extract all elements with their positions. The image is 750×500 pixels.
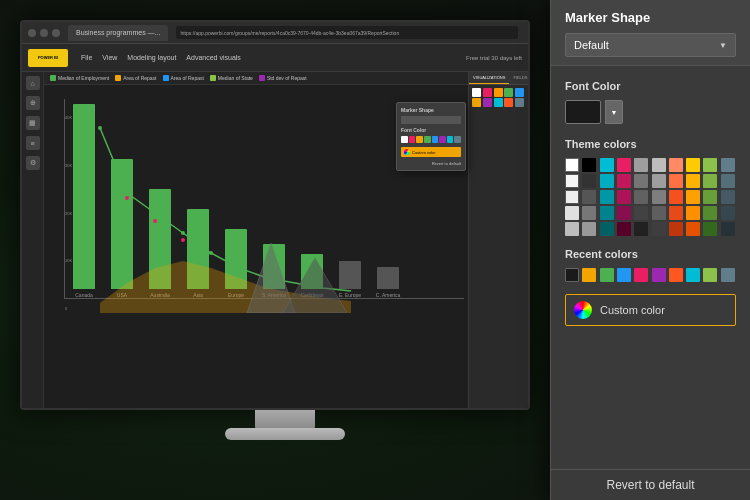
recent-swatch-9[interactable]	[721, 268, 735, 282]
popup-body: Font Color ▼ Theme colors	[551, 66, 750, 469]
theme-swatch-15[interactable]	[652, 174, 666, 188]
browser-tab[interactable]: Business programmes —...	[68, 25, 168, 41]
popup-title: Marker Shape	[565, 10, 736, 25]
theme-swatch-21[interactable]	[582, 190, 596, 204]
theme-swatch-44[interactable]	[634, 222, 648, 236]
theme-swatch-8[interactable]	[703, 158, 717, 172]
font-color-selector: ▼	[565, 100, 736, 124]
monitor-base	[225, 428, 345, 440]
theme-swatch-47[interactable]	[686, 222, 700, 236]
vis-swatch-blue[interactable]	[515, 88, 524, 97]
bar-group-ee: E. Europe	[335, 261, 365, 298]
revert-to-default-button[interactable]: Revert to default	[551, 469, 750, 500]
theme-swatch-43[interactable]	[617, 222, 631, 236]
toolbar-file[interactable]: File	[76, 52, 97, 63]
recent-swatch-0[interactable]	[565, 268, 579, 282]
sidebar-settings-icon[interactable]: ⚙	[26, 156, 40, 170]
font-color-dropdown-btn[interactable]: ▼	[605, 100, 623, 124]
recent-swatch-7[interactable]	[686, 268, 700, 282]
theme-swatch-42[interactable]	[600, 222, 614, 236]
theme-swatch-28[interactable]	[703, 190, 717, 204]
recent-swatch-5[interactable]	[652, 268, 666, 282]
theme-swatch-48[interactable]	[703, 222, 717, 236]
toolbar-modeling[interactable]: Modeling layout	[122, 52, 181, 63]
font-color-preview-box[interactable]	[565, 100, 601, 124]
theme-swatch-12[interactable]	[600, 174, 614, 188]
visualizations-tab[interactable]: VISUALIZATIONS	[469, 72, 509, 84]
theme-swatch-36[interactable]	[669, 206, 683, 220]
theme-swatch-22[interactable]	[600, 190, 614, 204]
theme-swatch-32[interactable]	[600, 206, 614, 220]
vis-swatch-deeporange[interactable]	[504, 98, 513, 107]
sidebar-data-icon[interactable]: ≡	[26, 136, 40, 150]
theme-swatch-40[interactable]	[565, 222, 579, 236]
theme-swatch-11[interactable]	[582, 174, 596, 188]
toolbar-advanced[interactable]: Advanced visuals	[181, 52, 245, 63]
bar-europe	[225, 229, 247, 289]
fields-tab[interactable]: FIELDS	[509, 72, 528, 84]
legend-label-repast: Area of Repast	[123, 75, 156, 81]
theme-swatch-20[interactable]	[565, 190, 579, 204]
sidebar-chart-icon[interactable]: ▦	[26, 116, 40, 130]
sidebar-search-icon[interactable]: ⊕	[26, 96, 40, 110]
recent-swatch-3[interactable]	[617, 268, 631, 282]
theme-swatch-26[interactable]	[669, 190, 683, 204]
theme-swatch-37[interactable]	[686, 206, 700, 220]
theme-swatch-25[interactable]	[652, 190, 666, 204]
vis-swatch-yellow[interactable]	[472, 98, 481, 107]
vis-swatch-bluegray[interactable]	[515, 98, 524, 107]
theme-swatch-30[interactable]	[565, 206, 579, 220]
theme-swatch-6[interactable]	[669, 158, 683, 172]
recent-swatch-8[interactable]	[703, 268, 717, 282]
sidebar-home-icon[interactable]: ⌂	[26, 76, 40, 90]
theme-swatch-14[interactable]	[634, 174, 648, 188]
vis-swatch-white[interactable]	[472, 88, 481, 97]
theme-swatch-0[interactable]	[565, 158, 579, 172]
theme-swatch-41[interactable]	[582, 222, 596, 236]
theme-swatch-4[interactable]	[634, 158, 648, 172]
monitor: Business programmes —... https://app.pow…	[20, 20, 550, 460]
theme-swatch-27[interactable]	[686, 190, 700, 204]
theme-swatch-9[interactable]	[721, 158, 735, 172]
custom-color-button[interactable]: Custom color	[565, 294, 736, 326]
theme-swatch-24[interactable]	[634, 190, 648, 204]
vis-swatch-pink[interactable]	[483, 88, 492, 97]
marker-shape-dropdown[interactable]: Default ▼	[565, 33, 736, 57]
theme-swatch-3[interactable]	[617, 158, 631, 172]
theme-swatch-2[interactable]	[600, 158, 614, 172]
theme-swatch-10[interactable]	[565, 174, 579, 188]
recent-swatch-2[interactable]	[600, 268, 614, 282]
theme-swatch-1[interactable]	[582, 158, 596, 172]
recent-swatch-6[interactable]	[669, 268, 683, 282]
theme-swatch-34[interactable]	[634, 206, 648, 220]
browser-max-dot	[52, 29, 60, 37]
theme-swatch-29[interactable]	[721, 190, 735, 204]
vis-swatch-orange[interactable]	[494, 88, 503, 97]
browser-url-bar[interactable]: https://app.powerbi.com/groups/me/report…	[176, 26, 518, 39]
theme-swatch-5[interactable]	[652, 158, 666, 172]
vis-swatch-cyan[interactable]	[494, 98, 503, 107]
theme-swatch-23[interactable]	[617, 190, 631, 204]
theme-swatch-35[interactable]	[652, 206, 666, 220]
trial-label: Free trial 30 days left	[466, 55, 522, 61]
toolbar-view[interactable]: View	[97, 52, 122, 63]
theme-swatch-38[interactable]	[703, 206, 717, 220]
recent-swatch-4[interactable]	[634, 268, 648, 282]
theme-swatch-49[interactable]	[721, 222, 735, 236]
recent-swatch-1[interactable]	[582, 268, 596, 282]
theme-swatch-16[interactable]	[669, 174, 683, 188]
vis-swatch-purple[interactable]	[483, 98, 492, 107]
vis-swatch-green[interactable]	[504, 88, 513, 97]
theme-colors-grid	[565, 158, 736, 236]
marker-shape-panel: Marker Shape Default ▼ Font Color ▼ Them…	[550, 0, 750, 500]
theme-swatch-45[interactable]	[652, 222, 666, 236]
theme-swatch-17[interactable]	[686, 174, 700, 188]
theme-swatch-18[interactable]	[703, 174, 717, 188]
theme-swatch-31[interactable]	[582, 206, 596, 220]
theme-swatch-46[interactable]	[669, 222, 683, 236]
theme-swatch-7[interactable]	[686, 158, 700, 172]
theme-swatch-39[interactable]	[721, 206, 735, 220]
theme-swatch-13[interactable]	[617, 174, 631, 188]
theme-swatch-19[interactable]	[721, 174, 735, 188]
theme-swatch-33[interactable]	[617, 206, 631, 220]
